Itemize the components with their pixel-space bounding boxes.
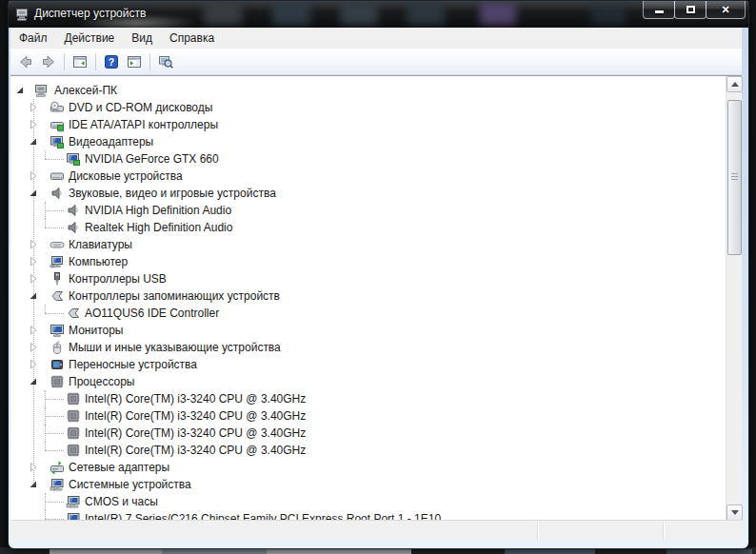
tree-item-label: NVIDIA GeForce GTX 660 [85, 152, 219, 166]
show-action-pane-button[interactable] [123, 50, 146, 73]
monitor-icon [50, 323, 65, 338]
device-manager-icon [14, 7, 30, 22]
tree-item-label: Переносные устройства [69, 358, 197, 371]
tree-item[interactable]: Дисковые устройства [10, 168, 726, 185]
storage-controller-icon [66, 306, 81, 321]
tree-item[interactable]: Realtek High Definition Audio [10, 219, 726, 236]
close-button[interactable]: ✕ [706, 1, 746, 19]
tree-item[interactable]: Компьютер [10, 253, 726, 270]
scrollbar-thumb[interactable] [727, 100, 742, 255]
tree-item-label: Алексей-ПК [54, 84, 117, 97]
expand-glyph[interactable] [28, 359, 38, 369]
expand-glyph[interactable] [28, 170, 38, 181]
expand-glyph[interactable] [28, 325, 38, 335]
tree-item-label: Системные устройства [69, 478, 191, 491]
arrow-up-icon [731, 82, 739, 87]
svg-text:?: ? [109, 56, 114, 68]
desktop-icon-blur [272, 3, 310, 25]
tree-item[interactable]: Звуковые, видео и игровые устройства [10, 185, 726, 202]
back-button[interactable] [14, 50, 37, 73]
collapse-glyph[interactable] [14, 85, 25, 95]
toolbar-separator [149, 53, 150, 70]
toolbar: ? [10, 49, 742, 75]
tree-item[interactable]: Мониторы [10, 322, 726, 339]
menu-item[interactable]: Файл [10, 29, 56, 48]
system-device-icon [50, 477, 65, 492]
collapse-glyph[interactable] [28, 136, 38, 147]
expand-glyph[interactable] [28, 273, 38, 284]
mouse-icon [50, 340, 65, 355]
menu-item[interactable]: Действие [56, 29, 124, 48]
tree-item[interactable]: NVIDIA GeForce GTX 660 [10, 150, 726, 168]
desktop-background: Диспетчер устройств ✕ ФайлДействиеВидСпр… [0, 0, 756, 554]
expand-glyph[interactable] [28, 256, 38, 267]
show-console-tree-button[interactable] [69, 50, 91, 73]
arrow-down-icon [731, 510, 739, 515]
forward-button[interactable] [37, 50, 60, 73]
action-pane-icon [127, 54, 142, 69]
usb-icon [50, 271, 65, 287]
scroll-down-button[interactable] [726, 505, 743, 521]
tree-item[interactable]: Intel(R) Core(TM) i3-3240 CPU @ 3.40GHz [10, 407, 726, 425]
expand-glyph[interactable] [28, 102, 38, 112]
tree-item[interactable]: Процессоры [10, 373, 726, 390]
close-icon: ✕ [721, 5, 729, 15]
collapse-glyph[interactable] [28, 188, 38, 198]
tree-item-label: Дисковые устройства [69, 169, 183, 183]
tree-item[interactable]: Клавиатуры [10, 236, 726, 253]
tree-item[interactable]: Intel(R) Core(TM) i3-3240 CPU @ 3.40GHz [10, 425, 726, 442]
minimize-button[interactable] [643, 1, 675, 19]
tree-connector [45, 442, 64, 459]
collapse-glyph[interactable] [28, 479, 38, 489]
processor-icon [66, 425, 81, 441]
tree-item-label: Мыши и иные указывающие устройства [69, 341, 281, 354]
menu-item[interactable]: Вид [123, 29, 161, 48]
device-tree: Алексей-ПКDVD и CD-ROM дисководыIDE ATA/… [10, 76, 726, 521]
tree-item[interactable]: Сетевые адаптеры [10, 459, 726, 476]
tree-item[interactable]: Системные устройства [10, 476, 726, 493]
tree-item-label: Процессоры [69, 375, 135, 388]
tree-item[interactable]: Видеоадаптеры [10, 133, 726, 150]
expand-glyph[interactable] [28, 119, 38, 129]
tree-item-label: AO11QUS6 IDE Controller [85, 307, 219, 320]
menu-bar: ФайлДействиеВидСправка [10, 28, 742, 49]
vertical-scrollbar[interactable] [726, 76, 742, 521]
disk-drive-icon [50, 168, 65, 184]
keyboard-icon [50, 237, 65, 252]
expand-glyph[interactable] [28, 462, 38, 472]
tree-connector [45, 219, 64, 236]
tree-item[interactable]: Переносные устройства [10, 356, 726, 373]
tree-item-label: Компьютер [69, 255, 128, 268]
tree-item[interactable]: CMOS и часы [10, 493, 726, 510]
tree-item[interactable]: DVD и CD-ROM дисководы [10, 99, 726, 116]
tree-item[interactable]: NVIDIA High Definition Audio [10, 202, 726, 219]
maximize-button[interactable] [674, 1, 706, 19]
scroll-up-button[interactable] [726, 76, 743, 92]
tree-item[interactable]: Intel(R) Core(TM) i3-3240 CPU @ 3.40GHz [10, 390, 726, 407]
tree-item[interactable]: Intel(R) Core(TM) i3-3240 CPU @ 3.40GHz [10, 442, 726, 459]
ide-controller-icon [50, 117, 65, 132]
scan-hardware-icon [158, 54, 173, 69]
collapse-glyph[interactable] [28, 376, 38, 386]
scan-hardware-changes-button[interactable] [154, 50, 177, 73]
window-title: Диспетчер устройств [34, 7, 146, 20]
status-bar-divider [663, 523, 664, 540]
title-bar[interactable]: Диспетчер устройств ✕ [9, 1, 748, 28]
processor-icon [66, 391, 81, 406]
tree-item-label: Звуковые, видео и игровые устройства [69, 187, 276, 200]
computer-icon [33, 83, 49, 98]
tree-item[interactable]: IDE ATA/ATAPI контроллеры [10, 116, 726, 133]
help-button[interactable]: ? [100, 50, 123, 73]
tree-item[interactable]: AO11QUS6 IDE Controller [10, 305, 726, 322]
tree-item[interactable]: Контроллеры USB [10, 270, 726, 287]
tree-item[interactable]: Мыши и иные указывающие устройства [10, 339, 726, 356]
expand-glyph[interactable] [28, 239, 38, 249]
tree-item-label: Сетевые адаптеры [69, 461, 169, 474]
collapse-glyph[interactable] [28, 290, 38, 301]
tree-item[interactable]: Контроллеры запоминающих устройств [10, 287, 726, 305]
computer-monitor-icon [50, 254, 65, 269]
portable-device-icon [50, 357, 65, 372]
tree-item[interactable]: Алексей-ПК [10, 82, 726, 99]
menu-item[interactable]: Справка [161, 29, 223, 48]
expand-glyph[interactable] [28, 342, 38, 352]
